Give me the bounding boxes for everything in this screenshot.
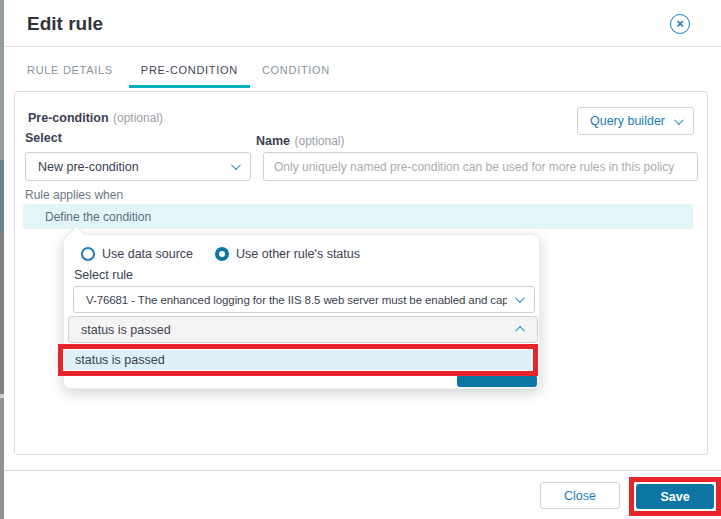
pre-condition-select-value: New pre-condition: [38, 160, 139, 174]
radio-use-data-source-label: Use data source: [102, 247, 193, 261]
rule-select[interactable]: V-76681 - The enhanced logging for the I…: [73, 286, 535, 313]
save-button[interactable]: Save: [636, 484, 714, 509]
tab-condition[interactable]: CONDITION: [250, 50, 342, 88]
close-icon[interactable]: ×: [670, 14, 690, 34]
tab-bar: RULE DETAILS PRE-CONDITION CONDITION: [27, 47, 342, 91]
radio-use-data-source[interactable]: Use data source: [81, 247, 193, 261]
rule-applies-label: Rule applies when: [25, 188, 123, 202]
chevron-down-icon: [674, 115, 684, 125]
optional-hint: (optional): [113, 111, 163, 125]
name-label: Name: [256, 134, 290, 148]
status-select[interactable]: status is passed: [68, 316, 538, 343]
query-builder-label: Query builder: [590, 114, 665, 128]
query-builder-button[interactable]: Query builder: [577, 107, 694, 135]
edit-rule-modal: Edit rule × RULE DETAILS PRE-CONDITION C…: [4, 0, 721, 519]
optional-hint: (optional): [295, 134, 345, 148]
chevron-down-icon: [515, 293, 525, 303]
radio-use-other-rule-status-label: Use other rule's status: [236, 247, 360, 261]
select-rule-label: Select rule: [74, 268, 133, 282]
radio-unchecked-icon[interactable]: [81, 247, 95, 261]
status-dropdown-option[interactable]: status is passed: [64, 350, 531, 370]
rule-select-value: V-76681 - The enhanced logging for the I…: [86, 294, 507, 306]
radio-checked-icon[interactable]: [215, 247, 229, 261]
name-label-group: Name (optional): [256, 131, 345, 149]
section-heading: Pre-condition (optional): [28, 108, 163, 126]
chevron-down-icon: [231, 160, 241, 170]
popup-action-button-partially-hidden[interactable]: [457, 375, 537, 387]
radio-use-other-rule-status[interactable]: Use other rule's status: [215, 247, 360, 261]
pre-condition-select[interactable]: New pre-condition: [25, 152, 251, 181]
annotation-box-status-option: status is passed: [58, 344, 538, 376]
tab-rule-details[interactable]: RULE DETAILS: [27, 50, 125, 88]
footer-divider: [4, 470, 721, 471]
status-select-value: status is passed: [81, 323, 171, 337]
name-input[interactable]: [263, 152, 698, 181]
define-condition-row[interactable]: Define the condition: [23, 204, 693, 229]
modal-title: Edit rule: [27, 13, 103, 35]
chevron-up-icon: [515, 326, 525, 336]
close-button[interactable]: Close: [540, 482, 620, 509]
tab-pre-condition[interactable]: PRE-CONDITION: [129, 50, 250, 88]
source-radio-group: Use data source Use other rule's status: [81, 247, 360, 261]
modal-header: Edit rule ×: [4, 0, 721, 47]
annotation-box-save: Save: [629, 477, 721, 516]
pre-condition-label: Pre-condition: [28, 111, 109, 125]
select-label: Select: [25, 131, 62, 145]
